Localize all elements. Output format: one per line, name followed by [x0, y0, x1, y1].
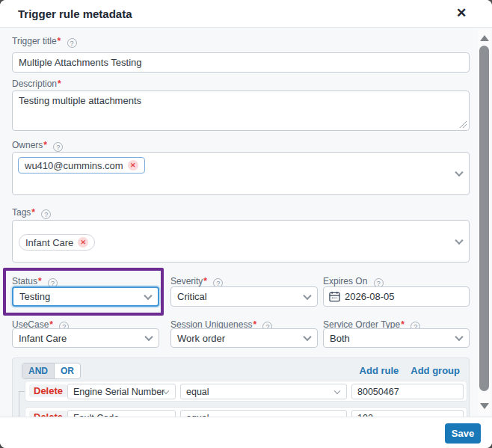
owners-multiselect[interactable]: wu410@cummins.com ✕: [12, 152, 470, 195]
modal-header: Trigger rule metadata ✕: [0, 0, 492, 28]
chevron-down-icon: [455, 333, 463, 341]
required-marker: *: [58, 36, 61, 46]
owners-label: Owners* ?: [12, 140, 63, 152]
owners-chip-text: wu410@cummins.com: [25, 160, 123, 171]
description-label-text: Description: [12, 79, 57, 89]
usecase-select-value: Infant Care: [19, 333, 67, 344]
rule-operator-value: equal: [186, 387, 209, 397]
trigger-title-label-text: Trigger title: [12, 36, 57, 46]
save-button[interactable]: Save: [445, 423, 481, 444]
required-marker: *: [43, 140, 47, 150]
status-select[interactable]: Testing: [12, 286, 159, 307]
expires-on-label-text: Expires On: [323, 276, 367, 286]
remove-owner-icon[interactable]: ✕: [128, 160, 138, 171]
required-marker: *: [203, 276, 207, 286]
severity-select[interactable]: Critical: [170, 286, 318, 307]
scrollbar-thumb[interactable]: [479, 46, 489, 391]
chevron-down-icon: [144, 333, 153, 341]
tags-label-text: Tags: [12, 207, 31, 218]
trigger-title-label: Trigger title* ?: [12, 36, 77, 48]
vertical-scrollbar[interactable]: [478, 29, 491, 415]
chevron-down-icon[interactable]: [455, 236, 463, 244]
expires-on-value: 2026-08-05: [345, 291, 395, 302]
add-rule-button[interactable]: Add rule: [360, 365, 399, 376]
rule-tree-line: [19, 391, 19, 417]
delete-rule-button[interactable]: Delete: [29, 411, 67, 417]
trigger-title-input[interactable]: [12, 52, 470, 73]
status-select-value: Testing: [19, 291, 50, 302]
trigger-rule-metadata-modal: Trigger rule metadata ✕ Trigger title* ?…: [0, 0, 492, 448]
modal-footer: Save: [0, 417, 492, 448]
expires-on-datepicker[interactable]: 2026-08-05: [323, 286, 470, 307]
rule-field-select[interactable]: Fault Code: [67, 410, 176, 417]
tags-chip: Infant Care ✕: [19, 234, 95, 251]
tags-label: Tags* ?: [12, 207, 51, 219]
description-textarea[interactable]: Testing multiple attachments: [12, 90, 470, 131]
description-label: Description*: [12, 79, 61, 89]
service-order-type-select[interactable]: Both: [323, 328, 470, 348]
tags-chip-text: Infant Care: [25, 237, 73, 248]
owners-label-text: Owners: [12, 140, 43, 150]
chevron-down-icon: [144, 291, 152, 299]
tags-multiselect[interactable]: Infant Care ✕: [12, 220, 470, 263]
scroll-down-icon[interactable]: [480, 403, 489, 409]
andor-toggle: AND OR: [22, 363, 81, 379]
rule-actions: Add rule Add group: [360, 365, 460, 376]
scroll-up-icon[interactable]: [480, 35, 489, 41]
and-toggle-button[interactable]: AND: [22, 363, 54, 378]
rule-field-select[interactable]: Engine Serial Number: [67, 384, 176, 399]
remove-tag-icon[interactable]: ✕: [78, 237, 88, 248]
add-group-button[interactable]: Add group: [410, 365, 460, 376]
rule-value-input[interactable]: [351, 384, 464, 399]
chevron-down-icon: [303, 333, 311, 341]
or-toggle-button[interactable]: OR: [54, 363, 80, 378]
required-marker: *: [38, 276, 42, 286]
rule-value-input[interactable]: [351, 410, 464, 417]
close-icon[interactable]: ✕: [453, 5, 470, 22]
help-icon[interactable]: ?: [41, 209, 51, 219]
chevron-down-icon: [334, 387, 340, 393]
rule-operator-select[interactable]: equal: [180, 410, 347, 417]
severity-select-value: Critical: [177, 291, 207, 302]
rule-field-value: Engine Serial Number: [73, 387, 164, 397]
usecase-select[interactable]: Infant Care: [12, 328, 159, 348]
required-marker: *: [58, 79, 61, 89]
required-marker: *: [31, 207, 35, 218]
help-icon[interactable]: ?: [67, 38, 77, 48]
calendar-icon: [329, 291, 340, 302]
help-icon[interactable]: ?: [53, 142, 63, 152]
modal-title: Trigger rule metadata: [18, 7, 132, 20]
chevron-down-icon[interactable]: [455, 168, 463, 177]
severity-label-text: Severity: [170, 276, 203, 286]
rule-row: Delete Engine Serial Number equal: [25, 381, 467, 402]
rule-builder-group: AND OR Add rule Add group Delete Engine …: [12, 358, 470, 417]
textarea-resize-handle[interactable]: [460, 121, 467, 128]
rule-row: Delete Fault Code equal: [25, 407, 467, 417]
modal-body: Trigger title* ? Description* Testing mu…: [0, 28, 492, 417]
service-order-type-select-value: Both: [330, 333, 350, 344]
owners-chip: wu410@cummins.com ✕: [18, 157, 145, 174]
rule-operator-select[interactable]: equal: [180, 384, 347, 399]
chevron-down-icon: [303, 291, 311, 299]
session-uniqueness-select-value: Work order: [177, 333, 225, 344]
session-uniqueness-select[interactable]: Work order: [170, 328, 318, 348]
delete-rule-button[interactable]: Delete: [29, 384, 67, 397]
status-label-text: Status: [12, 276, 37, 286]
rule-tree-line: [19, 391, 25, 392]
